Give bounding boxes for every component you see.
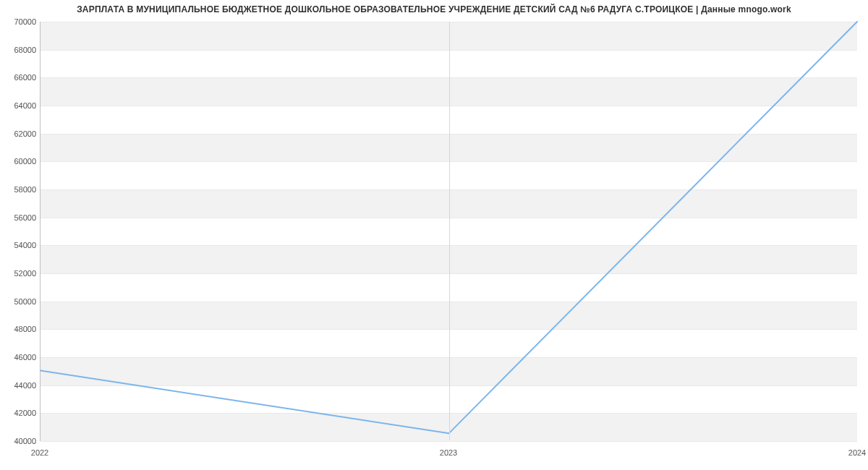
chart-container: ЗАРПЛАТА В МУНИЦИПАЛЬНОЕ БЮДЖЕТНОЕ ДОШКО… bbox=[0, 0, 868, 470]
y-tick-label: 64000 bbox=[4, 101, 36, 110]
y-tick-label: 42000 bbox=[4, 409, 36, 417]
plot-area bbox=[40, 22, 857, 441]
x-tick-label: 2023 bbox=[440, 448, 457, 457]
y-tick-label: 44000 bbox=[4, 381, 36, 390]
y-tick-label: 68000 bbox=[4, 46, 36, 54]
x-tick-label: 2024 bbox=[848, 448, 866, 457]
y-tick-label: 62000 bbox=[4, 129, 36, 138]
h-gridline bbox=[41, 441, 857, 442]
v-gridline bbox=[449, 22, 450, 440]
y-tick-label: 56000 bbox=[4, 213, 36, 222]
y-tick-label: 58000 bbox=[4, 185, 36, 194]
y-tick-label: 52000 bbox=[4, 269, 36, 278]
chart-title: ЗАРПЛАТА В МУНИЦИПАЛЬНОЕ БЮДЖЕТНОЕ ДОШКО… bbox=[0, 4, 868, 14]
y-tick-label: 66000 bbox=[4, 73, 36, 82]
y-tick-label: 50000 bbox=[4, 297, 36, 306]
y-tick-label: 40000 bbox=[4, 437, 36, 445]
y-tick-label: 46000 bbox=[4, 353, 36, 362]
y-tick-label: 54000 bbox=[4, 241, 36, 249]
y-tick-label: 60000 bbox=[4, 157, 36, 166]
y-tick-label: 70000 bbox=[4, 17, 36, 26]
x-tick-label: 2022 bbox=[31, 448, 48, 457]
y-tick-label: 48000 bbox=[4, 325, 36, 333]
